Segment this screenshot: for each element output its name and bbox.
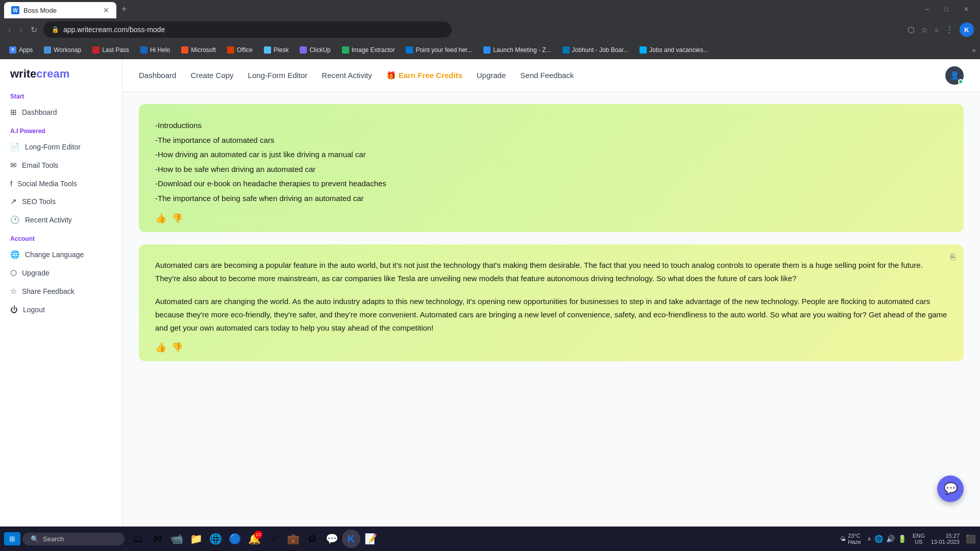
- bookmark-office[interactable]: Office: [222, 44, 258, 56]
- taskbar-explorer[interactable]: 🗂: [129, 530, 147, 548]
- card1-line4: -How to be safe when driving an automate…: [155, 162, 947, 177]
- tab-close-icon[interactable]: ✕: [103, 6, 109, 14]
- volume-icon[interactable]: 🔊: [886, 535, 895, 543]
- profile-button[interactable]: K: [960, 22, 974, 37]
- sidebar-item-social[interactable]: f Social Media Tools: [0, 174, 122, 192]
- nav-longform[interactable]: Long-Form Editor: [248, 71, 308, 80]
- feedback-icon: ☆: [10, 287, 17, 296]
- bookmark-icon[interactable]: ☆: [921, 25, 928, 35]
- active-tab[interactable]: W Boss Mode ✕: [4, 2, 116, 18]
- taskbar-browser-edge[interactable]: 🌐: [206, 530, 225, 548]
- top-nav: Dashboard Create Copy Long-Form Editor R…: [122, 59, 980, 92]
- battery-icon[interactable]: 🔋: [898, 535, 906, 543]
- bookmark-worksnap[interactable]: Worksnap: [39, 44, 86, 56]
- sidebar-item-language[interactable]: 🌐 Change Language: [0, 245, 122, 264]
- card1-line2: -The importance of automated cars: [155, 133, 947, 148]
- bookmark-jobs[interactable]: Jobs and vacancies...: [634, 44, 713, 56]
- bookmark-point-feed[interactable]: Point your feed her...: [401, 44, 477, 56]
- logo: writecream: [0, 67, 122, 91]
- sidebar-item-dashboard[interactable]: ⊞ Dashboard: [0, 103, 122, 121]
- chat-button[interactable]: 💬: [937, 475, 964, 502]
- card2-thumbs-up[interactable]: 👍: [155, 342, 166, 353]
- recent-icon: 🕐: [10, 215, 20, 224]
- nav-send-feedback[interactable]: Send Feedback: [520, 71, 574, 80]
- system-tray: ∧ 🌐 🔊 🔋: [867, 535, 906, 543]
- bookmark-launch-meeting[interactable]: Launch Meeting - Z...: [478, 44, 556, 56]
- new-tab-button[interactable]: +: [116, 4, 132, 15]
- bookmark-plesk[interactable]: Plesk: [259, 44, 293, 56]
- card2-copy-button[interactable]: ⎘: [950, 253, 955, 262]
- weather-icon: 🌤: [840, 536, 846, 542]
- sidebar-item-upgrade[interactable]: ⬡ Upgrade: [0, 264, 122, 282]
- more-options-icon[interactable]: ⋮: [945, 25, 953, 35]
- network-icon[interactable]: 🌐: [874, 535, 883, 543]
- sidebar-item-logout[interactable]: ⏻ Logout: [0, 300, 122, 318]
- address-bar[interactable]: 🔒 app.writecream.com/boss-mode: [43, 21, 452, 38]
- sidebar: writecream Start ⊞ Dashboard A.I Powered…: [0, 59, 122, 527]
- content-card-2: ⎘ Automated cars are becoming a popular …: [139, 244, 964, 361]
- card1-thumbs-down[interactable]: 👎: [172, 213, 183, 224]
- card2-feedback-row: 👍 👎: [155, 342, 947, 353]
- social-icon: f: [10, 179, 12, 188]
- bookmark-lastpass[interactable]: Last Pass: [87, 44, 134, 56]
- card1-feedback-row: 👍 👎: [155, 213, 947, 224]
- nav-earn[interactable]: 🎁Earn Free Credits: [386, 71, 462, 80]
- datetime-display[interactable]: 15:27 13-01-2023: [931, 533, 960, 545]
- nav-upgrade[interactable]: Upgrade: [477, 71, 506, 80]
- taskbar-git[interactable]: ⑂: [264, 530, 283, 548]
- taskbar-search[interactable]: 🔍 Search: [22, 533, 125, 545]
- forward-button[interactable]: ›: [17, 22, 24, 37]
- window-minimize-button[interactable]: ─: [918, 4, 937, 15]
- taskbar-browser-chrome[interactable]: 🔵: [226, 530, 244, 548]
- bookmark-apps[interactable]: ⠿ Apps: [4, 44, 38, 56]
- start-button[interactable]: ⊞: [4, 532, 20, 545]
- cast-icon[interactable]: ⬡: [908, 25, 915, 35]
- taskbar-skype[interactable]: 💬: [323, 530, 341, 548]
- more-bookmarks-icon[interactable]: »: [972, 46, 976, 54]
- extensions-icon[interactable]: ⬦: [934, 25, 939, 34]
- logout-icon: ⏻: [10, 305, 18, 314]
- online-indicator: [958, 79, 963, 84]
- sidebar-item-feedback[interactable]: ☆ Share Feedback: [0, 282, 122, 300]
- lock-icon: 🔒: [52, 26, 59, 33]
- address-text: app.writecream.com/boss-mode: [63, 26, 165, 34]
- notification-center-icon[interactable]: ⬛: [966, 534, 976, 544]
- logo-write: write: [10, 67, 36, 80]
- taskbar-mail[interactable]: ✉: [148, 530, 166, 548]
- tab-favicon: W: [11, 6, 19, 14]
- bookmark-clickup[interactable]: ClickUp: [295, 44, 335, 56]
- window-maximize-button[interactable]: □: [938, 4, 955, 15]
- nav-recent[interactable]: Recent Activity: [322, 71, 372, 80]
- date-display: 13-01-2023: [931, 539, 960, 545]
- nav-dashboard[interactable]: Dashboard: [139, 71, 176, 80]
- email-icon: ✉: [10, 161, 17, 170]
- tab-title: Boss Mode: [23, 7, 57, 14]
- taskbar-chrome2[interactable]: ⚙: [303, 530, 322, 548]
- logo-cream: cream: [36, 67, 69, 80]
- notification-badge: 23: [254, 531, 262, 539]
- taskbar-icons-row: 🗂 ✉ 📹 📁 🌐 🔵 🔔 23 ⑂ 💼 ⚙ 💬 K 📝: [129, 530, 380, 548]
- bookmark-image-extractor[interactable]: Image Extractor: [337, 44, 400, 56]
- taskbar-sticky[interactable]: 📝: [361, 530, 380, 548]
- taskbar-folder[interactable]: 📁: [187, 530, 205, 548]
- sidebar-item-seo[interactable]: ↗ SEO Tools: [0, 192, 122, 211]
- nav-create-copy[interactable]: Create Copy: [190, 71, 233, 80]
- taskbar-notifications[interactable]: 🔔 23: [245, 530, 263, 548]
- taskbar-k[interactable]: K: [342, 530, 360, 548]
- back-button[interactable]: ‹: [6, 22, 13, 37]
- taskbar-teams[interactable]: 💼: [284, 530, 302, 548]
- bookmark-jobhunt[interactable]: Jobhunt - Job Boar...: [557, 44, 634, 56]
- card1-thumbs-up[interactable]: 👍: [155, 213, 166, 224]
- chevron-up-icon[interactable]: ∧: [867, 536, 871, 542]
- bookmark-microsoft[interactable]: Microsoft: [176, 44, 221, 56]
- sidebar-item-email[interactable]: ✉ Email Tools: [0, 156, 122, 174]
- sidebar-item-longform[interactable]: 📄 Long-Form Editor: [0, 138, 122, 156]
- card2-thumbs-down[interactable]: 👎: [172, 342, 183, 353]
- window-close-button[interactable]: ✕: [957, 4, 976, 15]
- bookmark-hielo[interactable]: Hi Helo: [135, 44, 175, 56]
- taskbar-video[interactable]: 📹: [167, 530, 186, 548]
- sidebar-item-recent[interactable]: 🕐 Recent Activity: [0, 211, 122, 229]
- reload-button[interactable]: ↻: [29, 23, 39, 37]
- card1-line6: -The importance of being safe when drivi…: [155, 191, 947, 206]
- bookmarks-bar: ⠿ Apps Worksnap Last Pass Hi Helo Micros…: [0, 41, 980, 59]
